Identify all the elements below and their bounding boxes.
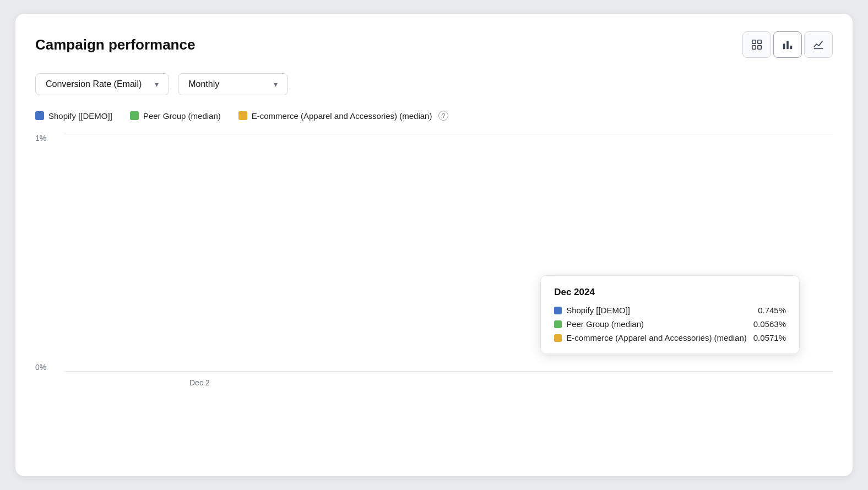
- tooltip-row-ecommerce: E-commerce (Apparel and Accessories) (me…: [554, 333, 786, 342]
- svg-rect-5: [786, 41, 789, 50]
- chart-area: 1% 0% Dec 2 Dec 2024 Sho: [35, 134, 833, 387]
- bar-chart-view-button[interactable]: [773, 31, 802, 58]
- tooltip-label-shopify: Shopify [[DEMO]]: [554, 306, 751, 315]
- tooltip-dot-peer-group: [554, 320, 562, 328]
- line-chart-icon: [812, 39, 824, 51]
- tooltip-label-ecommerce: E-commerce (Apparel and Accessories) (me…: [554, 333, 747, 342]
- metric-dropdown-chevron: ▾: [155, 80, 159, 89]
- svg-rect-6: [790, 46, 793, 49]
- grid-view-button[interactable]: [742, 31, 771, 58]
- filters-row: Conversion Rate (Email) ▾ Monthly ▾: [35, 73, 833, 95]
- legend-item-peer-group: Peer Group (median): [130, 111, 221, 121]
- period-dropdown-label: Monthly: [188, 79, 219, 89]
- legend-item-ecommerce: E-commerce (Apparel and Accessories) (me…: [238, 111, 449, 121]
- tooltip-row-shopify: Shopify [[DEMO]] 0.745%: [554, 306, 786, 315]
- view-toggle-group: [742, 31, 833, 58]
- metric-dropdown[interactable]: Conversion Rate (Email) ▾: [35, 73, 169, 95]
- svg-rect-1: [758, 40, 761, 43]
- tooltip-value-shopify: 0.745%: [758, 306, 786, 315]
- svg-rect-4: [783, 43, 785, 49]
- y-label-top: 1%: [35, 134, 46, 143]
- header-row: Campaign performance: [35, 31, 833, 58]
- metric-dropdown-label: Conversion Rate (Email): [46, 79, 142, 89]
- legend-dot-ecommerce: [238, 111, 247, 120]
- y-label-bottom: 0%: [35, 363, 46, 372]
- tooltip-label-ecommerce-text: E-commerce (Apparel and Accessories) (me…: [566, 333, 747, 342]
- legend-dot-shopify: [35, 111, 44, 120]
- legend-item-shopify: Shopify [[DEMO]]: [35, 111, 112, 121]
- tooltip-dot-ecommerce: [554, 334, 562, 342]
- tooltip-row-peer-group: Peer Group (median) 0.0563%: [554, 319, 786, 329]
- legend-label-shopify: Shopify [[DEMO]]: [48, 111, 112, 121]
- grid-icon: [751, 39, 763, 51]
- legend-label-ecommerce: E-commerce (Apparel and Accessories) (me…: [252, 111, 432, 121]
- tooltip-title: Dec 2024: [554, 287, 786, 298]
- chart-tooltip: Dec 2024 Shopify [[DEMO]] 0.745% Peer Gr…: [540, 275, 800, 354]
- legend-label-peer-group: Peer Group (median): [143, 111, 221, 121]
- period-dropdown-chevron: ▾: [274, 80, 278, 89]
- svg-rect-3: [758, 46, 761, 49]
- tooltip-value-ecommerce: 0.0571%: [753, 333, 786, 342]
- campaign-performance-card: Campaign performance: [15, 14, 853, 476]
- bar-chart-icon: [782, 39, 794, 51]
- period-dropdown[interactable]: Monthly ▾: [178, 73, 288, 95]
- x-label-dec: Dec 2: [189, 378, 210, 387]
- info-icon[interactable]: ?: [438, 111, 448, 121]
- page-title: Campaign performance: [35, 36, 195, 53]
- legend-dot-peer-group: [130, 111, 139, 120]
- tooltip-value-peer-group: 0.0563%: [753, 319, 786, 329]
- line-chart-view-button[interactable]: [804, 31, 833, 58]
- legend-row: Shopify [[DEMO]] Peer Group (median) E-c…: [35, 111, 833, 121]
- svg-rect-2: [752, 46, 756, 49]
- svg-rect-0: [752, 40, 756, 43]
- tooltip-label-peer-group: Peer Group (median): [554, 319, 747, 329]
- tooltip-dot-shopify: [554, 307, 562, 314]
